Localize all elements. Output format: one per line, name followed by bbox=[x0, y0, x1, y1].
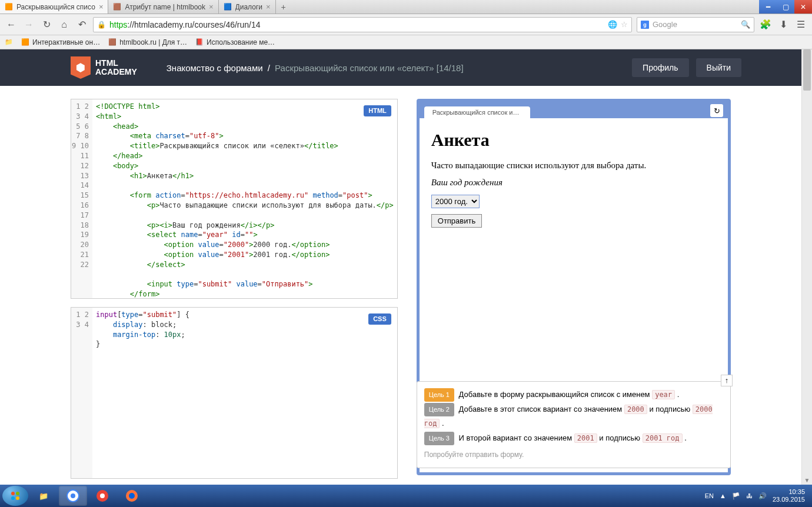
html-editor[interactable]: HTML 1 2 3 4 5 6 7 8 9 10 11 12 13 14 15… bbox=[71, 99, 398, 299]
close-icon[interactable]: × bbox=[266, 2, 271, 11]
collapse-arrow-icon[interactable]: ↑ bbox=[721, 375, 733, 386]
new-tab-button[interactable]: + bbox=[276, 0, 291, 14]
code-2001: 2001 bbox=[574, 433, 597, 443]
preview-tabs: Раскрывающийся список или «сел ↻ bbox=[420, 102, 728, 118]
close-button[interactable]: ✕ bbox=[794, 0, 812, 14]
task-explorer[interactable]: 📁 bbox=[29, 486, 58, 506]
firefox-icon bbox=[125, 489, 138, 502]
year-select[interactable]: 2000 год. bbox=[431, 195, 480, 208]
minimize-button[interactable]: ━ bbox=[759, 0, 777, 14]
preview-heading: Анкета bbox=[431, 130, 716, 150]
extensions-button[interactable]: 🧩 bbox=[759, 18, 772, 31]
url-text: https://htmlacademy.ru/courses/46/run/14 bbox=[109, 20, 604, 29]
breadcrumb-parent[interactable]: Знакомство с формами bbox=[167, 63, 263, 73]
logout-button[interactable]: Выйти bbox=[696, 58, 741, 77]
google-icon: g bbox=[641, 21, 649, 29]
star-icon[interactable]: ☆ bbox=[621, 20, 628, 29]
task-firefox[interactable] bbox=[118, 486, 146, 506]
tab-title: Раскрывающийся списо bbox=[16, 3, 95, 11]
browser-tab-1[interactable]: 🟧 Раскрывающийся списо × bbox=[0, 0, 108, 14]
bookmark-label: htmlbook.ru | Для т… bbox=[119, 38, 187, 46]
breadcrumb: Знакомство с формами / Раскрывающийся сп… bbox=[167, 63, 464, 73]
logo-shield-icon: ⬢ bbox=[71, 56, 91, 79]
css-code[interactable]: input[type="submit"] { display: block; m… bbox=[92, 308, 397, 478]
preview-tab[interactable]: Раскрывающийся список или «сел bbox=[424, 106, 530, 118]
taskbar: 📁 EN ▲ 🏳️ 🖧 🔊 10:35 23.09.2015 bbox=[0, 485, 812, 507]
editor-column: HTML 1 2 3 4 5 6 7 8 9 10 11 12 13 14 15… bbox=[71, 99, 398, 485]
css-badge: CSS bbox=[368, 313, 391, 325]
search-bar[interactable]: g Google 🔍 bbox=[637, 17, 754, 32]
bookmarks-bar: 📁 🟧 Интерактивные он… 🟫 htmlbook.ru | Дл… bbox=[0, 35, 812, 49]
bookmark-item[interactable]: 🟧 Интерактивные он… bbox=[21, 38, 100, 46]
network-icon[interactable]: 🖧 bbox=[746, 492, 753, 499]
language-indicator[interactable]: EN bbox=[705, 492, 714, 499]
bookmark-label: Использование ме… bbox=[207, 38, 275, 46]
svg-point-10 bbox=[129, 493, 135, 499]
tab-icon: 🟧 bbox=[5, 3, 13, 11]
browser-tab-2[interactable]: 🟫 Атрибут name | htmlbook × bbox=[108, 0, 218, 14]
svg-point-2 bbox=[11, 496, 15, 500]
logo[interactable]: ⬢ HTML ACADEMY bbox=[71, 56, 137, 79]
code-2000: 2000 bbox=[624, 405, 647, 414]
logo-text: HTML ACADEMY bbox=[95, 59, 137, 77]
reload-button[interactable]: ↻ bbox=[40, 18, 53, 31]
scroll-down-icon[interactable]: ▼ bbox=[802, 475, 812, 485]
bookmark-icon: 🟫 bbox=[108, 38, 117, 46]
breadcrumb-current: Раскрывающийся список или «селект» [14/1… bbox=[275, 63, 464, 73]
tray-arrow-icon[interactable]: ▲ bbox=[720, 492, 726, 499]
goal-badge-3: Цель 3 bbox=[424, 432, 454, 445]
chrome-icon bbox=[66, 489, 79, 502]
bookmark-item[interactable]: 📕 Использование ме… bbox=[195, 38, 275, 46]
window-buttons: ━ ▢ ✕ bbox=[759, 0, 812, 14]
profile-button[interactable]: Профиль bbox=[632, 58, 688, 77]
goal-badge-2: Цель 2 bbox=[424, 403, 454, 416]
tab-title: Атрибут name | htmlbook bbox=[125, 3, 205, 11]
goal-badge-1: Цель 1 bbox=[424, 388, 454, 402]
goal-row: Цель 3 И второй вариант со значением 200… bbox=[424, 431, 723, 446]
url-bar[interactable]: 🔒 https://htmlacademy.ru/courses/46/run/… bbox=[93, 17, 632, 32]
system-tray: EN ▲ 🏳️ 🖧 🔊 10:35 23.09.2015 bbox=[705, 488, 810, 503]
menu-button[interactable]: ☰ bbox=[794, 18, 807, 31]
svg-point-6 bbox=[71, 493, 75, 498]
browser-tab-3[interactable]: 🟦 Диалоги × bbox=[219, 0, 276, 14]
html-badge: HTML bbox=[364, 105, 391, 116]
forward-button[interactable]: → bbox=[22, 18, 35, 31]
goal-row: Цель 2 Добавьте в этот список вариант со… bbox=[424, 402, 723, 431]
home-button[interactable]: ⌂ bbox=[58, 18, 71, 31]
globe-icon[interactable]: 🌐 bbox=[608, 20, 617, 29]
bookmark-item[interactable]: 🟫 htmlbook.ru | Для т… bbox=[108, 38, 187, 46]
line-gutter: 1 2 3 4 5 6 7 8 9 10 11 12 13 14 15 16 1… bbox=[71, 99, 92, 298]
undo-nav-button[interactable]: ↶ bbox=[75, 18, 88, 31]
clock[interactable]: 10:35 23.09.2015 bbox=[773, 488, 805, 503]
page-scrollbar[interactable]: ▲ ▼ bbox=[801, 49, 812, 485]
header-actions: Профиль Выйти bbox=[632, 58, 741, 77]
bookmark-folder-icon[interactable]: 📁 bbox=[5, 38, 13, 46]
nav-bar: ← → ↻ ⌂ ↶ 🔒 https://htmlacademy.ru/cours… bbox=[0, 14, 812, 35]
start-button[interactable] bbox=[2, 486, 28, 506]
bookmark-icon: 📕 bbox=[195, 38, 204, 46]
html-code[interactable]: <!DOCTYPE html> <html> <head> <meta char… bbox=[92, 99, 397, 298]
search-placeholder: Google bbox=[653, 20, 677, 29]
css-editor[interactable]: CSS 1 2 3 4 input[type="submit"] { displ… bbox=[71, 307, 398, 479]
maximize-button[interactable]: ▢ bbox=[777, 0, 794, 14]
refresh-button[interactable]: ↻ bbox=[710, 104, 723, 117]
flag-icon[interactable]: 🏳️ bbox=[732, 492, 740, 500]
close-icon[interactable]: × bbox=[209, 2, 214, 11]
volume-icon[interactable]: 🔊 bbox=[758, 492, 767, 500]
downloads-button[interactable]: ⬇ bbox=[777, 18, 790, 31]
lock-icon: 🔒 bbox=[97, 21, 106, 29]
tab-icon: 🟫 bbox=[113, 3, 121, 11]
svg-point-3 bbox=[16, 496, 19, 500]
submit-button[interactable]: Отправить bbox=[431, 214, 482, 228]
goal-row: Цель 1 Добавьте в форму раскрывающийся с… bbox=[424, 388, 723, 402]
back-button[interactable]: ← bbox=[5, 18, 18, 31]
close-icon[interactable]: × bbox=[99, 2, 104, 11]
line-gutter: 1 2 3 4 bbox=[71, 308, 92, 478]
task-chrome[interactable] bbox=[59, 486, 87, 506]
scroll-thumb[interactable] bbox=[803, 49, 811, 91]
preview-label: Ваш год рождения bbox=[431, 178, 716, 188]
academy-header: ⬢ HTML ACADEMY Знакомство с формами / Ра… bbox=[0, 49, 812, 86]
svg-point-1 bbox=[16, 492, 19, 495]
search-icon[interactable]: 🔍 bbox=[741, 20, 750, 29]
task-chrome-2[interactable] bbox=[88, 486, 117, 506]
